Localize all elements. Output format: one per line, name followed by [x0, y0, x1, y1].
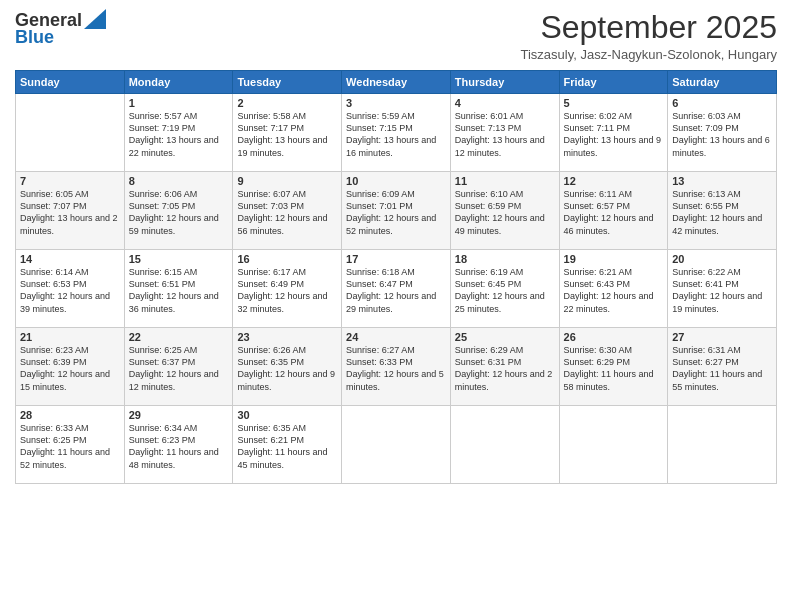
col-wednesday: Wednesday: [342, 71, 451, 94]
day-number: 13: [672, 175, 772, 187]
day-number: 2: [237, 97, 337, 109]
logo: General Blue: [15, 10, 106, 48]
calendar-cell: 29Sunrise: 6:34 AM Sunset: 6:23 PM Dayli…: [124, 406, 233, 484]
cell-info: Sunrise: 6:11 AM Sunset: 6:57 PM Dayligh…: [564, 188, 664, 237]
day-number: 26: [564, 331, 664, 343]
calendar-cell: 26Sunrise: 6:30 AM Sunset: 6:29 PM Dayli…: [559, 328, 668, 406]
cell-info: Sunrise: 6:26 AM Sunset: 6:35 PM Dayligh…: [237, 344, 337, 393]
location-text: Tiszasuly, Jasz-Nagykun-Szolonok, Hungar…: [521, 47, 778, 62]
calendar-cell: [342, 406, 451, 484]
day-number: 7: [20, 175, 120, 187]
day-number: 15: [129, 253, 229, 265]
day-number: 23: [237, 331, 337, 343]
calendar-cell: 16Sunrise: 6:17 AM Sunset: 6:49 PM Dayli…: [233, 250, 342, 328]
day-number: 14: [20, 253, 120, 265]
cell-info: Sunrise: 6:03 AM Sunset: 7:09 PM Dayligh…: [672, 110, 772, 159]
day-number: 24: [346, 331, 446, 343]
svg-marker-0: [84, 9, 106, 29]
col-friday: Friday: [559, 71, 668, 94]
calendar-cell: 20Sunrise: 6:22 AM Sunset: 6:41 PM Dayli…: [668, 250, 777, 328]
day-number: 17: [346, 253, 446, 265]
cell-info: Sunrise: 6:06 AM Sunset: 7:05 PM Dayligh…: [129, 188, 229, 237]
calendar-cell: 25Sunrise: 6:29 AM Sunset: 6:31 PM Dayli…: [450, 328, 559, 406]
day-number: 29: [129, 409, 229, 421]
calendar-week-row: 7Sunrise: 6:05 AM Sunset: 7:07 PM Daylig…: [16, 172, 777, 250]
day-number: 1: [129, 97, 229, 109]
cell-info: Sunrise: 6:15 AM Sunset: 6:51 PM Dayligh…: [129, 266, 229, 315]
cell-info: Sunrise: 6:29 AM Sunset: 6:31 PM Dayligh…: [455, 344, 555, 393]
col-sunday: Sunday: [16, 71, 125, 94]
calendar-cell: 1Sunrise: 5:57 AM Sunset: 7:19 PM Daylig…: [124, 94, 233, 172]
calendar-cell: 13Sunrise: 6:13 AM Sunset: 6:55 PM Dayli…: [668, 172, 777, 250]
calendar-week-row: 1Sunrise: 5:57 AM Sunset: 7:19 PM Daylig…: [16, 94, 777, 172]
calendar-cell: 4Sunrise: 6:01 AM Sunset: 7:13 PM Daylig…: [450, 94, 559, 172]
day-number: 21: [20, 331, 120, 343]
calendar-cell: 19Sunrise: 6:21 AM Sunset: 6:43 PM Dayli…: [559, 250, 668, 328]
calendar-cell: [559, 406, 668, 484]
day-number: 19: [564, 253, 664, 265]
col-saturday: Saturday: [668, 71, 777, 94]
cell-info: Sunrise: 6:14 AM Sunset: 6:53 PM Dayligh…: [20, 266, 120, 315]
calendar-cell: 23Sunrise: 6:26 AM Sunset: 6:35 PM Dayli…: [233, 328, 342, 406]
cell-info: Sunrise: 5:59 AM Sunset: 7:15 PM Dayligh…: [346, 110, 446, 159]
cell-info: Sunrise: 6:27 AM Sunset: 6:33 PM Dayligh…: [346, 344, 446, 393]
cell-info: Sunrise: 6:33 AM Sunset: 6:25 PM Dayligh…: [20, 422, 120, 471]
day-number: 18: [455, 253, 555, 265]
cell-info: Sunrise: 6:30 AM Sunset: 6:29 PM Dayligh…: [564, 344, 664, 393]
cell-info: Sunrise: 6:02 AM Sunset: 7:11 PM Dayligh…: [564, 110, 664, 159]
day-number: 22: [129, 331, 229, 343]
calendar-cell: 2Sunrise: 5:58 AM Sunset: 7:17 PM Daylig…: [233, 94, 342, 172]
calendar-cell: 30Sunrise: 6:35 AM Sunset: 6:21 PM Dayli…: [233, 406, 342, 484]
calendar-cell: 24Sunrise: 6:27 AM Sunset: 6:33 PM Dayli…: [342, 328, 451, 406]
calendar-cell: 5Sunrise: 6:02 AM Sunset: 7:11 PM Daylig…: [559, 94, 668, 172]
day-number: 30: [237, 409, 337, 421]
calendar-cell: 7Sunrise: 6:05 AM Sunset: 7:07 PM Daylig…: [16, 172, 125, 250]
cell-info: Sunrise: 6:05 AM Sunset: 7:07 PM Dayligh…: [20, 188, 120, 237]
day-number: 11: [455, 175, 555, 187]
calendar-page: General Blue September 2025 Tiszasuly, J…: [0, 0, 792, 612]
cell-info: Sunrise: 6:35 AM Sunset: 6:21 PM Dayligh…: [237, 422, 337, 471]
day-number: 28: [20, 409, 120, 421]
day-number: 27: [672, 331, 772, 343]
calendar-cell: [668, 406, 777, 484]
cell-info: Sunrise: 6:07 AM Sunset: 7:03 PM Dayligh…: [237, 188, 337, 237]
day-number: 9: [237, 175, 337, 187]
day-number: 5: [564, 97, 664, 109]
calendar-cell: [450, 406, 559, 484]
calendar-cell: 6Sunrise: 6:03 AM Sunset: 7:09 PM Daylig…: [668, 94, 777, 172]
cell-info: Sunrise: 6:31 AM Sunset: 6:27 PM Dayligh…: [672, 344, 772, 393]
logo-icon: [84, 9, 106, 29]
title-section: September 2025 Tiszasuly, Jasz-Nagykun-S…: [521, 10, 778, 62]
cell-info: Sunrise: 5:58 AM Sunset: 7:17 PM Dayligh…: [237, 110, 337, 159]
calendar-cell: 9Sunrise: 6:07 AM Sunset: 7:03 PM Daylig…: [233, 172, 342, 250]
cell-info: Sunrise: 6:09 AM Sunset: 7:01 PM Dayligh…: [346, 188, 446, 237]
calendar-cell: 28Sunrise: 6:33 AM Sunset: 6:25 PM Dayli…: [16, 406, 125, 484]
cell-info: Sunrise: 5:57 AM Sunset: 7:19 PM Dayligh…: [129, 110, 229, 159]
cell-info: Sunrise: 6:18 AM Sunset: 6:47 PM Dayligh…: [346, 266, 446, 315]
calendar-week-row: 28Sunrise: 6:33 AM Sunset: 6:25 PM Dayli…: [16, 406, 777, 484]
calendar-cell: 12Sunrise: 6:11 AM Sunset: 6:57 PM Dayli…: [559, 172, 668, 250]
calendar-cell: 21Sunrise: 6:23 AM Sunset: 6:39 PM Dayli…: [16, 328, 125, 406]
col-thursday: Thursday: [450, 71, 559, 94]
month-title: September 2025: [521, 10, 778, 45]
cell-info: Sunrise: 6:21 AM Sunset: 6:43 PM Dayligh…: [564, 266, 664, 315]
cell-info: Sunrise: 6:01 AM Sunset: 7:13 PM Dayligh…: [455, 110, 555, 159]
cell-info: Sunrise: 6:25 AM Sunset: 6:37 PM Dayligh…: [129, 344, 229, 393]
header-row: Sunday Monday Tuesday Wednesday Thursday…: [16, 71, 777, 94]
day-number: 10: [346, 175, 446, 187]
calendar-cell: 8Sunrise: 6:06 AM Sunset: 7:05 PM Daylig…: [124, 172, 233, 250]
day-number: 12: [564, 175, 664, 187]
cell-info: Sunrise: 6:23 AM Sunset: 6:39 PM Dayligh…: [20, 344, 120, 393]
header: General Blue September 2025 Tiszasuly, J…: [15, 10, 777, 62]
calendar-week-row: 14Sunrise: 6:14 AM Sunset: 6:53 PM Dayli…: [16, 250, 777, 328]
cell-info: Sunrise: 6:13 AM Sunset: 6:55 PM Dayligh…: [672, 188, 772, 237]
col-monday: Monday: [124, 71, 233, 94]
cell-info: Sunrise: 6:22 AM Sunset: 6:41 PM Dayligh…: [672, 266, 772, 315]
cell-info: Sunrise: 6:17 AM Sunset: 6:49 PM Dayligh…: [237, 266, 337, 315]
calendar-cell: 18Sunrise: 6:19 AM Sunset: 6:45 PM Dayli…: [450, 250, 559, 328]
day-number: 4: [455, 97, 555, 109]
day-number: 3: [346, 97, 446, 109]
day-number: 16: [237, 253, 337, 265]
calendar-cell: 11Sunrise: 6:10 AM Sunset: 6:59 PM Dayli…: [450, 172, 559, 250]
cell-info: Sunrise: 6:34 AM Sunset: 6:23 PM Dayligh…: [129, 422, 229, 471]
